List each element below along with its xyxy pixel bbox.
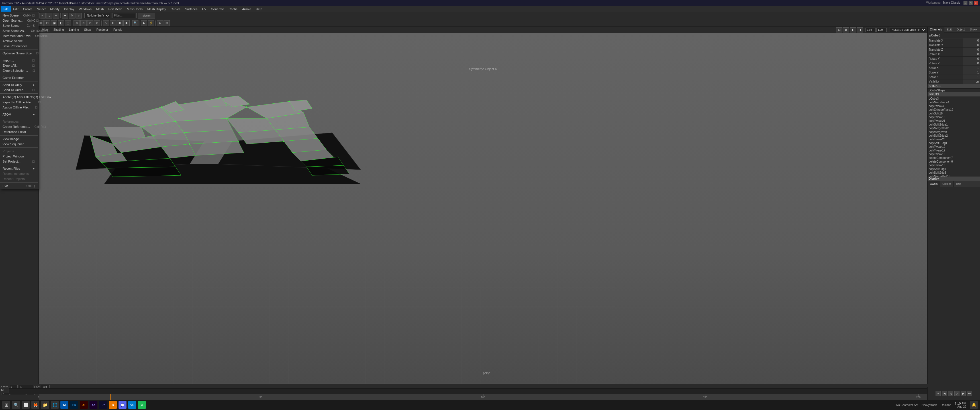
close-button[interactable]: ✕ xyxy=(974,1,978,5)
select-tool[interactable]: ↖ xyxy=(39,13,46,19)
fm-game-exporter[interactable]: Game Exporter xyxy=(0,75,38,80)
fm-export-all[interactable]: Export All... ☐ xyxy=(0,63,38,68)
fm-send-unity[interactable]: Send To Unity ▶ xyxy=(0,82,38,87)
menu-item-mesh-display[interactable]: Mesh Display xyxy=(145,6,169,12)
fm-export-selection[interactable]: Export Selection... ☐ xyxy=(0,68,38,73)
vp-renderer-select[interactable]: ACES 1.0 SDR-video (sRGB) xyxy=(889,28,926,32)
fm-save-prefs[interactable]: Save Preferences xyxy=(0,44,38,49)
playhead[interactable] xyxy=(110,394,111,400)
tb2-btn-12[interactable]: ⊗ xyxy=(80,20,87,26)
fm-view-sequence[interactable]: View Sequence... xyxy=(0,141,38,147)
input-polycube3[interactable]: pCube3 xyxy=(928,97,980,100)
input-polytweak4[interactable]: polyTweak4 xyxy=(928,104,980,108)
fm-save-scene[interactable]: Save Scene Ctrl+S xyxy=(0,23,38,28)
taskbar-photoshop[interactable]: Ps xyxy=(70,401,78,409)
input-polymergevert1[interactable]: polyMergeVert1 xyxy=(928,130,980,134)
rp-tab-edit[interactable]: Edit xyxy=(944,27,954,32)
tc-skip-back[interactable]: ⏮ xyxy=(935,391,941,396)
input-polyextrude[interactable]: polyExtrudeFace12 xyxy=(928,108,980,111)
taskbar-vscode[interactable]: VS xyxy=(128,401,136,409)
input-polytweak16b[interactable]: polyTweak16 xyxy=(928,164,980,167)
display-tab-layers[interactable]: Layers xyxy=(928,181,940,187)
taskbar-chrome[interactable]: 🌐 xyxy=(51,401,59,409)
input-polytweak18[interactable]: polyTweak18 xyxy=(928,115,980,119)
maximize-button[interactable]: □ xyxy=(969,1,973,5)
tc-play-back[interactable]: ◁ xyxy=(948,391,953,396)
taskbar-discord[interactable]: 💬 xyxy=(119,401,126,409)
menu-item-display[interactable]: Display xyxy=(62,6,76,12)
tb2-btn-18[interactable]: ⏺ xyxy=(123,20,130,26)
rp-tab-show[interactable]: Show xyxy=(967,27,979,32)
menu-item-surfaces[interactable]: Surfaces xyxy=(183,6,200,12)
taskbar-blender[interactable]: B xyxy=(109,401,117,409)
shading-dropdown[interactable]: No Live Surface xyxy=(84,13,110,18)
tb2-ipr-btn[interactable]: ⚡ xyxy=(148,20,154,26)
shape-pcubeshape[interactable]: pCubeShape xyxy=(928,89,980,92)
input-polytweak20[interactable]: polyTweak20 xyxy=(928,138,980,141)
fm-archive[interactable]: Archive Scene xyxy=(0,38,38,44)
input-polytweak16[interactable]: polyTweak16 xyxy=(928,153,980,156)
command-input[interactable] xyxy=(10,390,926,393)
menu-item-mesh[interactable]: Mesh xyxy=(94,6,106,12)
input-polysplitedge2[interactable]: polySplitEdge2 xyxy=(928,134,980,138)
tc-step-back[interactable]: ◀ xyxy=(942,391,947,396)
tb2-snap-btn[interactable]: ◈ xyxy=(157,20,163,26)
vp-icon-4[interactable]: ◑ xyxy=(857,27,863,32)
display-tab-help[interactable]: Help xyxy=(954,181,964,187)
menu-item-curves[interactable]: Curves xyxy=(169,6,183,12)
menu-item-cache[interactable]: Cache xyxy=(226,6,240,12)
input-polymerge15[interactable]: polyMergeVert15 xyxy=(928,175,980,176)
tb2-btn-15[interactable]: ▷ xyxy=(103,20,109,26)
taskbar-maya[interactable]: M xyxy=(60,401,68,409)
menu-item-edit-mesh[interactable]: Edit Mesh xyxy=(106,6,124,12)
tb2-btn-14[interactable]: ⊙ xyxy=(94,20,100,26)
tb2-btn-8[interactable]: ▣ xyxy=(51,20,57,26)
vp-far-clip[interactable] xyxy=(876,28,886,32)
move-tool[interactable]: ✛ xyxy=(62,13,68,19)
menu-item-windows[interactable]: Windows xyxy=(76,6,94,12)
fm-increment-save[interactable]: Increment and Save Ctrl+Alt+S xyxy=(0,33,38,38)
menu-item-select[interactable]: Select xyxy=(35,6,48,12)
vp-tab-show[interactable]: Show xyxy=(82,27,94,33)
taskbar-explorer[interactable]: 📁 xyxy=(41,401,49,409)
vp-icon-3[interactable]: ◐ xyxy=(850,27,856,32)
tb2-btn-19[interactable]: 🔍 xyxy=(132,20,138,26)
tb2-btn-9[interactable]: ◧ xyxy=(58,20,64,26)
menu-item-mesh-tools[interactable]: Mesh Tools xyxy=(124,6,145,12)
menu-item-create[interactable]: Create xyxy=(21,6,35,12)
fm-optimize[interactable]: Optimize Scene Size ☐ xyxy=(0,51,38,56)
input-polysplitedg3[interactable]: polySplitEdg3 xyxy=(928,171,980,175)
input-deletecomp6[interactable]: deleteComponent6 xyxy=(928,160,980,164)
taskbar-aftereffects[interactable]: Ae xyxy=(89,401,97,409)
vp-near-clip[interactable] xyxy=(865,28,876,32)
tb2-btn-17[interactable]: ⏹ xyxy=(116,20,123,26)
minimize-button[interactable]: ─ xyxy=(964,1,967,5)
windows-start-btn[interactable]: ⊞ xyxy=(2,401,10,409)
menu-item-generate[interactable]: Generate xyxy=(208,6,226,12)
fm-save-scene-as[interactable]: Save Scene As... Ctrl+Shift+S ☐ xyxy=(0,28,38,33)
lasso-tool[interactable]: ⌯ xyxy=(46,13,52,19)
vp-tab-lighting[interactable]: Lighting xyxy=(67,27,81,33)
scale-tool[interactable]: ⤢ xyxy=(75,13,82,19)
fm-new-scene[interactable]: New Scene Ctrl+N ☐ xyxy=(0,13,38,18)
fm-send-unreal[interactable]: Send To Unreal ☐ xyxy=(0,87,38,92)
menu-item-arnold[interactable]: Arnold xyxy=(240,6,253,12)
range-slider[interactable]: 0 50 100 150 200 xyxy=(39,394,927,400)
menu-item-help[interactable]: Help xyxy=(253,6,265,12)
taskbar-illustrator[interactable]: Ai xyxy=(80,401,88,409)
rp-tab-object[interactable]: Object xyxy=(955,27,967,32)
taskbar-firefox[interactable]: 🦊 xyxy=(31,401,39,409)
menu-item-modify[interactable]: Modify xyxy=(48,6,62,12)
tb2-grid-btn[interactable]: ⊞ xyxy=(164,20,170,26)
fm-set-project[interactable]: Set Project... ☐ xyxy=(0,159,38,164)
search-btn[interactable]: 🔍 xyxy=(12,401,20,409)
fm-export-offline[interactable]: Export to Offline File... ☐ xyxy=(0,100,38,105)
fm-open-scene[interactable]: Open Scene... Ctrl+O ☐ xyxy=(0,18,38,23)
input-polytweak21[interactable]: polyTweak21 xyxy=(928,119,980,123)
vp-tab-shading[interactable]: Shading xyxy=(51,27,66,33)
fm-atom[interactable]: ATOM ▶ xyxy=(0,112,38,117)
tb2-btn-10[interactable]: ◫ xyxy=(65,20,71,26)
vp-tab-renderer[interactable]: Renderer xyxy=(94,27,111,33)
taskbar-premiere[interactable]: Pr xyxy=(99,401,107,409)
fm-import[interactable]: Import... ☐ xyxy=(0,58,38,63)
